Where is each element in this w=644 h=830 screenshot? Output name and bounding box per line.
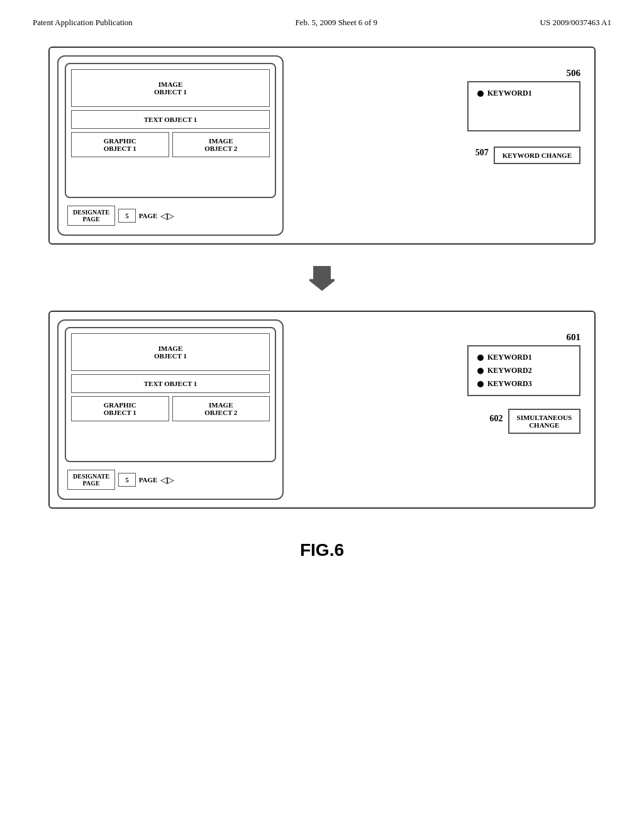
nav-arrows-top[interactable]: ◁▷ bbox=[160, 211, 174, 221]
diagram-bottom: IMAGE OBJECT 1 TEXT OBJECT 1 GRAPHIC OBJ… bbox=[48, 311, 596, 509]
obj-row-top: GRAPHIC OBJECT 1 IMAGE OBJECT 2 bbox=[71, 132, 270, 157]
arrow-container bbox=[48, 263, 596, 292]
nav-right-bottom[interactable]: ▷ bbox=[167, 475, 174, 485]
bullet-bottom-2 bbox=[477, 368, 484, 374]
text-object-1-top: TEXT OBJECT 1 bbox=[71, 110, 270, 129]
obj-row-bottom: GRAPHIC OBJECT 1 IMAGE OBJECT 2 bbox=[71, 396, 270, 421]
image-object-2-top: IMAGE OBJECT 2 bbox=[172, 132, 270, 157]
keyword-bottom-2-text: KEYWORD2 bbox=[487, 366, 532, 375]
header-date-sheet: Feb. 5, 2009 Sheet 6 of 9 bbox=[295, 18, 377, 28]
bullet-bottom-3 bbox=[477, 381, 484, 387]
designate-page-btn-bottom[interactable]: DESIGNATE PAGE bbox=[67, 470, 115, 490]
graphic-object-1-bottom: GRAPHIC OBJECT 1 bbox=[71, 396, 169, 421]
header-publication: Patent Application Publication bbox=[33, 18, 133, 28]
keyword-bottom-3-text: KEYWORD3 bbox=[487, 379, 532, 389]
label-506: 506 bbox=[567, 68, 581, 79]
keyword-change-btn[interactable]: KEYWORD CHANGE bbox=[494, 147, 580, 164]
svg-marker-0 bbox=[309, 267, 335, 291]
spacer-top bbox=[71, 160, 270, 192]
bullet-bottom-1 bbox=[477, 355, 484, 361]
figure-caption: FIG.6 bbox=[300, 540, 344, 560]
diagram-top: IMAGE OBJECT 1 TEXT OBJECT 1 GRAPHIC OBJ… bbox=[48, 47, 596, 245]
text-object-1-bottom: TEXT OBJECT 1 bbox=[71, 374, 270, 393]
nav-arrows-bottom[interactable]: ◁▷ bbox=[160, 475, 174, 485]
page-number-bottom: 5 bbox=[118, 473, 136, 487]
page-header: Patent Application Publication Feb. 5, 2… bbox=[0, 0, 644, 34]
screen-top: IMAGE OBJECT 1 TEXT OBJECT 1 GRAPHIC OBJ… bbox=[57, 55, 284, 236]
nav-right-top[interactable]: ▷ bbox=[167, 211, 174, 221]
designate-page-btn-top[interactable]: DESIGNATE PAGE bbox=[67, 206, 115, 226]
page-label-bottom: PAGE bbox=[139, 476, 158, 484]
keyword-item-bottom-2: KEYWORD2 bbox=[477, 366, 570, 375]
main-content: IMAGE OBJECT 1 TEXT OBJECT 1 GRAPHIC OBJ… bbox=[0, 34, 644, 579]
graphic-object-1-top: GRAPHIC OBJECT 1 bbox=[71, 132, 169, 157]
image-object-1-bottom: IMAGE OBJECT 1 bbox=[71, 333, 270, 371]
header-patent-number: US 2009/0037463 A1 bbox=[540, 18, 611, 28]
screen-content-top: IMAGE OBJECT 1 TEXT OBJECT 1 GRAPHIC OBJ… bbox=[65, 63, 276, 198]
down-arrow bbox=[309, 263, 335, 292]
label-601: 601 bbox=[567, 332, 581, 343]
nav-left-top[interactable]: ◁ bbox=[160, 211, 167, 221]
simultaneous-change-btn[interactable]: SIMULTANEOUS CHANGE bbox=[508, 409, 580, 434]
right-panel-top: 506 KEYWORD1 507 KEYWORD CHANGE bbox=[284, 55, 587, 164]
page-number-top: 5 bbox=[118, 209, 136, 223]
screen-bottom-bar-bottom: DESIGNATE PAGE 5 PAGE ◁▷ bbox=[65, 467, 276, 492]
bullet-top-1 bbox=[477, 91, 484, 97]
label-602: 602 bbox=[490, 414, 503, 424]
spacer-bottom bbox=[71, 424, 270, 456]
label-507: 507 bbox=[475, 148, 489, 158]
keyword-item-bottom-1: KEYWORD1 bbox=[477, 353, 570, 362]
keyword-item-bottom-3: KEYWORD3 bbox=[477, 379, 570, 389]
keyword-box-bottom: KEYWORD1 KEYWORD2 KEYWORD3 bbox=[467, 345, 580, 396]
right-panel-bottom: 601 KEYWORD1 KEYWORD2 KEYWORD3 bbox=[284, 319, 587, 434]
image-object-1-top: IMAGE OBJECT 1 bbox=[71, 69, 270, 107]
keyword-top-1-text: KEYWORD1 bbox=[487, 89, 532, 98]
page-label-top: PAGE bbox=[139, 212, 158, 219]
screen-content-bottom: IMAGE OBJECT 1 TEXT OBJECT 1 GRAPHIC OBJ… bbox=[65, 327, 276, 462]
nav-left-bottom[interactable]: ◁ bbox=[160, 475, 167, 485]
keyword-box-top: KEYWORD1 bbox=[467, 81, 580, 131]
screen-bottom: IMAGE OBJECT 1 TEXT OBJECT 1 GRAPHIC OBJ… bbox=[57, 319, 284, 500]
screen-bottom-top: DESIGNATE PAGE 5 PAGE ◁▷ bbox=[65, 203, 276, 228]
keyword-item-top-1: KEYWORD1 bbox=[477, 89, 570, 98]
image-object-2-bottom: IMAGE OBJECT 2 bbox=[172, 396, 270, 421]
keyword-bottom-1-text: KEYWORD1 bbox=[487, 353, 532, 362]
